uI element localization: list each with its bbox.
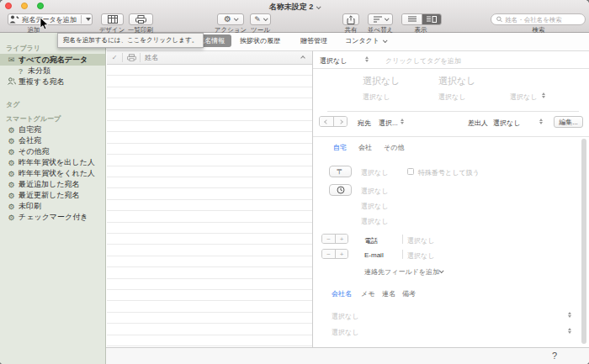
- sort-button[interactable]: [368, 13, 393, 25]
- title-chevron-down-icon[interactable]: [316, 4, 321, 9]
- action-button[interactable]: ⚙: [217, 13, 244, 25]
- add-dropdown-arrow-icon[interactable]: [86, 18, 91, 21]
- action-chevron-down-icon: [234, 16, 239, 21]
- app-window: 名称未設定 2 宛名データを追加 追加 デザイン: [0, 0, 589, 364]
- department-field[interactable]: 選択なし: [332, 328, 358, 337]
- tab-contacts[interactable]: コンタクト: [345, 36, 386, 45]
- sidebar-item-home-addressed[interactable]: ⚙ 自宅宛: [0, 124, 105, 135]
- tab-company-name[interactable]: 会社名: [332, 289, 352, 298]
- share-button[interactable]: [342, 13, 359, 25]
- phone-add-remove: − +: [321, 234, 348, 244]
- tab-notes[interactable]: 備考: [402, 289, 416, 298]
- tab-company-address[interactable]: 会社: [358, 143, 372, 152]
- chevron-right-icon: [338, 119, 343, 124]
- edit-button[interactable]: 編集...: [554, 116, 583, 128]
- last-name-field[interactable]: 選択なし: [363, 75, 401, 87]
- next-record-button[interactable]: [333, 117, 347, 126]
- minimize-window-button[interactable]: [21, 3, 28, 9]
- sidebar-item-all-addresses[interactable]: ✉ すべての宛名データ: [0, 54, 105, 66]
- view-detail-segment[interactable]: [422, 14, 441, 24]
- sidebar-item-company-addressed[interactable]: ⚙ 会社宛: [0, 135, 105, 146]
- sidebar-item-recently-updated[interactable]: ⚙ 最近更新した宛名: [0, 190, 105, 201]
- tab-home-address[interactable]: 自宅: [333, 143, 347, 152]
- search-input[interactable]: [505, 16, 580, 24]
- smart-group-gear-icon: ⚙: [7, 137, 16, 145]
- recipient-stepper[interactable]: [401, 119, 404, 124]
- sidebar-item-label: 最近追加した宛名: [19, 179, 79, 190]
- previous-record-button[interactable]: [320, 117, 333, 126]
- tab-gift-management[interactable]: 贈答管理: [300, 36, 327, 45]
- tag-popup[interactable]: 選択なし: [320, 56, 347, 66]
- tab-memo[interactable]: メモ: [361, 289, 374, 298]
- sidebar-item-label: 未分類: [28, 66, 50, 76]
- honorific-stepper[interactable]: [542, 92, 545, 98]
- add-field-chevron-down-icon: [439, 268, 444, 273]
- recipient-label: 宛先: [358, 119, 371, 128]
- sidebar-item-uncategorized[interactable]: ? 未分類: [0, 66, 105, 76]
- address-history-button[interactable]: [329, 184, 352, 196]
- toolbar: 名称未設定 2 宛名データを追加 追加 デザイン: [0, 0, 589, 33]
- postal-code-field[interactable]: 選択なし: [361, 168, 388, 177]
- company-field-stepper[interactable]: [568, 312, 571, 318]
- gear-icon: ⚙: [224, 15, 231, 24]
- first-name-kana-field[interactable]: 選択なし: [438, 92, 465, 102]
- sidebar-item-duplicates[interactable]: 重複する宛名: [0, 76, 105, 87]
- edit-button-label: 編集...: [559, 118, 578, 127]
- question-icon: ?: [16, 67, 25, 76]
- zoom-window-button[interactable]: [37, 3, 44, 9]
- name-column-header[interactable]: 姓名: [141, 53, 301, 62]
- tab-joint-names[interactable]: 連名: [382, 289, 395, 298]
- printer-column-header[interactable]: [123, 54, 140, 61]
- company-name-field[interactable]: 選択なし: [332, 312, 358, 321]
- help-button[interactable]: ?: [552, 351, 557, 361]
- sidebar-item-checkmarked[interactable]: ⚙ チェックマーク付き: [0, 212, 105, 223]
- add-address-button[interactable]: 宛名データを追加: [8, 13, 93, 25]
- sidebar-item-recently-added[interactable]: ⚙ 最近追加した宛名: [0, 179, 105, 190]
- address-line2-field[interactable]: 選択なし: [361, 202, 388, 211]
- special-number-checkbox[interactable]: [407, 168, 414, 175]
- recipient-popup[interactable]: 選択...: [379, 119, 398, 128]
- search-field[interactable]: [491, 13, 586, 25]
- add-contact-field-popup[interactable]: 連絡先フィールドを追加: [364, 267, 439, 277]
- tools-button[interactable]: ✎: [250, 13, 271, 25]
- sender-popup[interactable]: 選択なし: [493, 119, 520, 128]
- detail-scrollbar[interactable]: [581, 139, 586, 344]
- honorific-popup[interactable]: 選択なし: [510, 92, 537, 102]
- first-name-field[interactable]: 選択なし: [438, 75, 476, 87]
- tab-other-address[interactable]: その他: [384, 143, 404, 152]
- tab-label: 贈答管理: [300, 36, 327, 45]
- divider: [327, 111, 579, 112]
- sidebar-item-sent-last-year[interactable]: ⚙ 昨年年賀状を出した人: [0, 157, 105, 168]
- sender-stepper[interactable]: [539, 119, 543, 124]
- phone-remove-button[interactable]: −: [322, 235, 335, 243]
- add-tag-placeholder[interactable]: クリックしてタグを追加: [385, 56, 461, 66]
- tag-popup-stepper[interactable]: [365, 56, 369, 62]
- phone-value[interactable]: 選択なし: [407, 236, 434, 245]
- print-list-button[interactable]: [129, 13, 153, 25]
- view-list-segment[interactable]: [402, 14, 422, 24]
- list-column-header: ✓ 姓名: [107, 50, 312, 65]
- design-button[interactable]: [101, 13, 124, 25]
- last-name-kana-field[interactable]: 選択なし: [363, 92, 390, 102]
- tab-greeting-history[interactable]: 挨拶状の履歴: [240, 36, 280, 45]
- view-segmented-control: [401, 13, 442, 25]
- sidebar-item-received-last-year[interactable]: ⚙ 昨年年賀状をくれた人: [0, 168, 105, 179]
- sidebar-item-unprinted[interactable]: ⚙ 未印刷: [0, 201, 105, 212]
- sort-ascending-icon[interactable]: [300, 55, 305, 61]
- postal-code-button[interactable]: 〒: [329, 166, 352, 177]
- email-add-button[interactable]: +: [335, 250, 348, 258]
- checkmark-column-header[interactable]: ✓: [107, 54, 122, 61]
- tooltip: 宛名を追加するには、ここをクリックします。: [57, 33, 204, 48]
- sidebar-item-label: チェックマーク付き: [19, 212, 88, 223]
- sidebar-item-label: 未印刷: [19, 201, 41, 212]
- email-remove-button[interactable]: −: [322, 250, 335, 258]
- phone-add-button[interactable]: +: [335, 235, 348, 243]
- address-line1-field[interactable]: 選択なし: [361, 187, 388, 196]
- address-line3-field[interactable]: 選択なし: [361, 217, 388, 226]
- close-window-button[interactable]: [5, 3, 12, 9]
- email-value[interactable]: 選択なし: [407, 251, 434, 261]
- email-label: E-mail: [364, 251, 384, 259]
- address-list-rows[interactable]: [107, 65, 312, 347]
- sidebar-item-other-addressed[interactable]: ⚙ その他宛: [0, 146, 105, 157]
- department-field-stepper[interactable]: [568, 328, 571, 334]
